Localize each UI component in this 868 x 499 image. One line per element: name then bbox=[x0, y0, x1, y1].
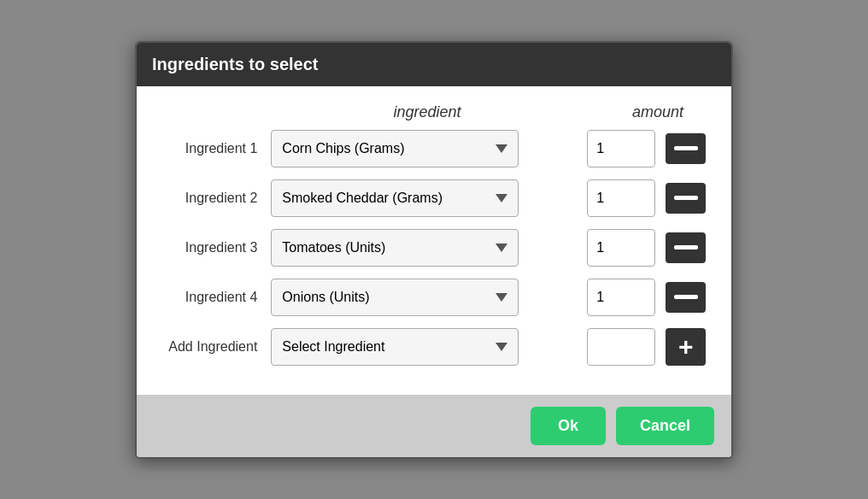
ingredient-3-amount[interactable] bbox=[587, 229, 655, 267]
ingredients-dialog: Ingredients to select ingredient amount … bbox=[135, 41, 733, 459]
ingredient-row-4: Ingredient 4Corn Chips (Grams)Smoked Che… bbox=[162, 279, 706, 316]
ingredient-3-label: Ingredient 3 bbox=[162, 240, 271, 255]
ingredient-row-3: Ingredient 3Corn Chips (Grams)Smoked Che… bbox=[162, 229, 706, 267]
dialog-body: ingredient amount Ingredient 1Corn Chips… bbox=[137, 86, 731, 395]
column-headers: ingredient amount bbox=[162, 103, 706, 121]
add-ingredient-select[interactable]: Select Ingredient Corn Chips (Grams) Smo… bbox=[271, 328, 519, 366]
cancel-button[interactable]: Cancel bbox=[616, 407, 714, 445]
ingredient-4-amount[interactable] bbox=[587, 279, 655, 316]
ok-button[interactable]: Ok bbox=[531, 407, 606, 445]
ingredient-rows-container: Ingredient 1Corn Chips (Grams)Smoked Che… bbox=[162, 130, 706, 316]
dialog-footer: Ok Cancel bbox=[137, 395, 731, 457]
remove-ingredient-3-button[interactable] bbox=[666, 232, 706, 263]
ingredient-4-label: Ingredient 4 bbox=[162, 290, 271, 305]
ingredient-3-select[interactable]: Corn Chips (Grams)Smoked Cheddar (Grams)… bbox=[271, 229, 519, 267]
amount-column-header: amount bbox=[632, 103, 683, 121]
ingredient-row-1: Ingredient 1Corn Chips (Grams)Smoked Che… bbox=[162, 130, 706, 167]
ingredient-column-header: ingredient bbox=[290, 103, 564, 121]
ingredient-1-label: Ingredient 1 bbox=[162, 141, 271, 156]
ingredient-1-select[interactable]: Corn Chips (Grams)Smoked Cheddar (Grams)… bbox=[271, 130, 519, 167]
add-ingredient-row: Add Ingredient Select Ingredient Corn Ch… bbox=[162, 328, 706, 366]
ingredient-4-select[interactable]: Corn Chips (Grams)Smoked Cheddar (Grams)… bbox=[271, 279, 519, 316]
ingredient-row-2: Ingredient 2Corn Chips (Grams)Smoked Che… bbox=[162, 179, 706, 217]
add-ingredient-label: Add Ingredient bbox=[162, 339, 271, 355]
remove-ingredient-1-button[interactable] bbox=[666, 133, 706, 164]
ingredient-2-label: Ingredient 2 bbox=[162, 191, 271, 206]
add-ingredient-button[interactable]: + bbox=[666, 328, 706, 366]
dialog-title: Ingredients to select bbox=[152, 55, 319, 73]
ingredient-1-amount[interactable] bbox=[587, 130, 655, 167]
remove-ingredient-4-button[interactable] bbox=[666, 282, 706, 313]
ingredient-2-select[interactable]: Corn Chips (Grams)Smoked Cheddar (Grams)… bbox=[271, 179, 519, 217]
dialog-header: Ingredients to select bbox=[137, 43, 731, 86]
add-amount-input[interactable] bbox=[587, 328, 655, 366]
remove-ingredient-2-button[interactable] bbox=[666, 183, 706, 214]
ingredient-2-amount[interactable] bbox=[587, 179, 655, 217]
